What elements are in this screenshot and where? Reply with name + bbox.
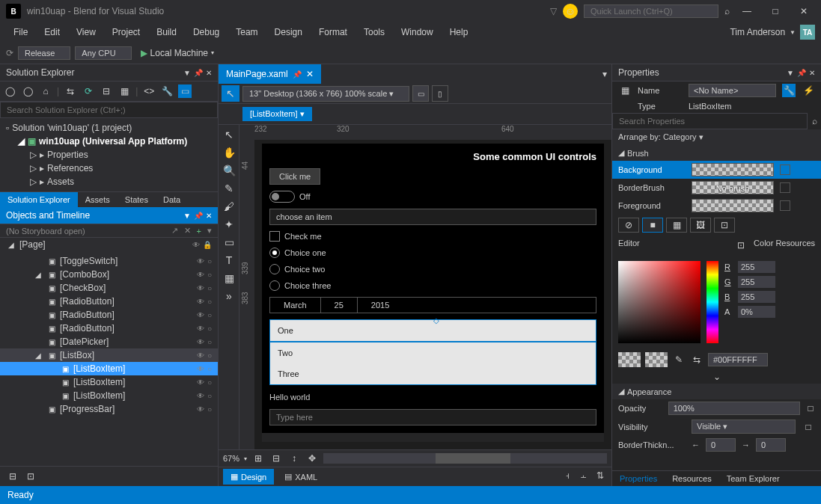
a-input[interactable] (738, 306, 775, 318)
mock-radio-1[interactable]: Choice one (269, 248, 596, 258)
text-tool[interactable]: T (220, 252, 238, 268)
pointer-tool[interactable]: ↖ (222, 85, 239, 102)
menu-build[interactable]: Build (149, 24, 184, 40)
timeline-item[interactable]: ▣[ProgressBar]👁○ (0, 402, 218, 416)
close-sb-icon[interactable]: ✕ (184, 226, 191, 236)
menu-design[interactable]: Design (267, 24, 310, 40)
visibility-icon[interactable]: 👁 (197, 365, 204, 373)
sync-icon[interactable]: ⇆ (64, 84, 77, 98)
search-icon[interactable]: ⌕ (724, 6, 730, 16)
nobrush-tab[interactable]: ⊘ (618, 218, 639, 233)
home-icon[interactable]: ⌂ (39, 84, 52, 98)
proptab-properties[interactable]: Properties (612, 471, 665, 486)
run-button[interactable]: ▶Local Machine ▾ (136, 46, 219, 60)
dropdown-icon[interactable]: ▼ (790, 29, 796, 36)
appearance-category[interactable]: ◢Appearance (612, 384, 821, 399)
tab-data[interactable]: Data (156, 192, 188, 207)
menu-team[interactable]: Team (228, 24, 265, 40)
zoom-tool[interactable]: 🔍 (220, 162, 238, 179)
popout-icon[interactable]: ⊡ (734, 239, 748, 252)
visibility-icon[interactable]: 👁 (197, 338, 204, 346)
dropdown-icon[interactable]: ▼ (183, 69, 191, 77)
timeline-item[interactable]: ▣[RadioButton]👁○ (0, 322, 218, 335)
visibility-icon[interactable]: 👁 (197, 284, 204, 292)
visibility-icon[interactable]: 👁 (197, 257, 204, 265)
device-dropdown[interactable]: 13" Desktop (1366 x 766) 100% scale ▾ (242, 86, 409, 102)
brush-row-borderbrush[interactable]: BorderBrushNo brush (612, 179, 821, 197)
name-input[interactable] (689, 84, 776, 97)
expand-brush-icon[interactable]: ⌄ (612, 370, 821, 384)
close-icon[interactable]: ✕ (809, 69, 815, 77)
properties-search-input[interactable] (612, 113, 808, 129)
timeline-item[interactable]: ▣[ToggleSwitch]👁○ (0, 254, 218, 268)
lock-icon[interactable]: 🔒 (203, 241, 212, 249)
visibility-icon[interactable]: 👁 (197, 351, 204, 360)
lock-icon[interactable]: ○ (207, 338, 212, 346)
close-icon[interactable]: ✕ (206, 212, 212, 220)
split-v-icon[interactable]: ⫞ (561, 469, 574, 482)
preview-icon[interactable]: ▭ (178, 84, 192, 98)
menu-tools[interactable]: Tools (356, 24, 392, 40)
timeline-item[interactable]: ▣[ListBoxItem]👁○ (0, 375, 218, 389)
mock-datepicker[interactable]: March252015 (269, 297, 596, 313)
lock-icon[interactable]: ○ (207, 298, 212, 306)
dropdown-icon[interactable]: ▼ (787, 69, 794, 77)
brush-tool[interactable]: 🖌 (220, 198, 238, 215)
timeline-item[interactable]: ◢▣[ComboBox]👁○ (0, 268, 218, 281)
tree-node[interactable]: ▷▸ References (0, 162, 218, 175)
close-icon[interactable]: ✕ (206, 69, 212, 77)
proptab-team-explorer[interactable]: Team Explorer (719, 471, 787, 486)
gradient-tab[interactable]: ▦ (666, 218, 687, 233)
dropdown-icon[interactable]: ▾ (207, 226, 212, 236)
menu-project[interactable]: Project (105, 24, 147, 40)
solution-node[interactable]: ▫Solution 'win10uap' (1 project) (0, 121, 218, 135)
arrange-dropdown[interactable]: Arrange by: Category ▾ (612, 129, 821, 145)
forward-icon[interactable]: ◯ (21, 84, 34, 98)
menu-edit[interactable]: Edit (37, 24, 67, 40)
refresh-icon[interactable]: ⟳ (82, 84, 95, 98)
visibility-icon[interactable]: 👁 (197, 405, 204, 414)
lock-icon[interactable]: ○ (207, 351, 212, 360)
timeline-item[interactable]: ▣[DatePicker]👁○ (0, 335, 218, 348)
brush-row-background[interactable]: Background (612, 161, 821, 179)
menu-window[interactable]: Window (394, 24, 441, 40)
doc-dropdown-icon[interactable]: ▾ (598, 67, 611, 81)
timeline-item[interactable]: ▣[RadioButton]👁○ (0, 295, 218, 308)
mock-radio-2[interactable]: Choice two (269, 264, 596, 274)
move-icon[interactable]: ✥ (305, 452, 319, 465)
mock-combo[interactable]: choose an item (269, 209, 596, 225)
expand-tool[interactable]: » (220, 288, 238, 304)
add-sb-icon[interactable]: + (197, 227, 201, 236)
timeline-item[interactable]: ▣[RadioButton]👁○ (0, 308, 218, 322)
visibility-icon[interactable]: 👁 (197, 325, 204, 333)
code-icon[interactable]: <> (142, 84, 156, 98)
eyedropper-tool[interactable]: ✎ (220, 180, 238, 197)
mock-radio-3[interactable]: Choice three (269, 280, 596, 291)
mock-listitem-1[interactable]: One (270, 320, 596, 342)
snap-icon[interactable]: ⊟ (269, 452, 283, 465)
lock-icon[interactable]: ○ (207, 325, 212, 333)
collapse-icon[interactable]: ⊟ (100, 84, 113, 98)
pin-icon[interactable]: 📌 (797, 69, 806, 77)
tile-tab[interactable]: 🖼 (690, 218, 711, 233)
close-tab-icon[interactable]: ✕ (306, 69, 314, 79)
eyedrop-icon[interactable]: ✎ (672, 353, 686, 366)
timeline-item[interactable]: ▣[CheckBox]👁○ (0, 281, 218, 295)
properties-icon[interactable]: 🔧 (160, 84, 174, 98)
proptab-resources[interactable]: Resources (665, 471, 719, 486)
swap-icon[interactable]: ⇅ (593, 469, 607, 482)
dropdown-icon[interactable]: ▼ (183, 212, 191, 220)
timeline-item[interactable]: ◢▣[ListBox]👁○ (0, 348, 218, 362)
brush-row-foreground[interactable]: Foreground (612, 197, 821, 215)
solution-search-input[interactable] (0, 102, 218, 118)
tree-node[interactable]: ▷▸ Assets (0, 175, 218, 188)
border-r-input[interactable] (756, 438, 786, 452)
menu-help[interactable]: Help (442, 24, 476, 40)
pin-icon[interactable]: 📌 (293, 70, 302, 79)
visibility-icon[interactable]: 👁 (192, 241, 200, 249)
menu-debug[interactable]: Debug (186, 24, 227, 40)
user-avatar[interactable]: TA (800, 25, 815, 40)
user-name[interactable]: Tim Anderson (730, 27, 785, 37)
menu-view[interactable]: View (69, 24, 103, 40)
lock-icon[interactable]: ○ (207, 257, 212, 265)
